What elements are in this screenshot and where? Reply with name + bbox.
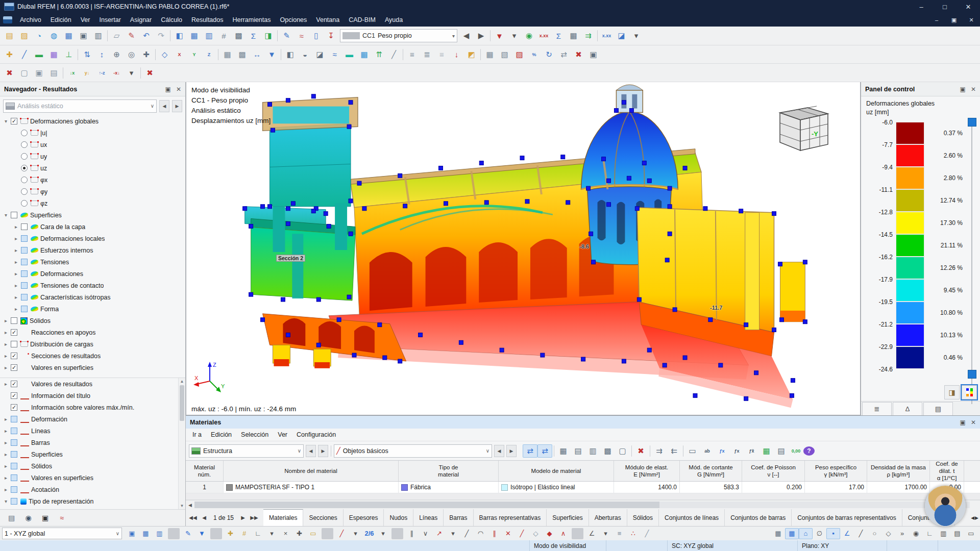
zoom-window-icon[interactable]: ◎	[124, 48, 139, 61]
tangent-line-icon[interactable]: ↗	[432, 528, 446, 539]
grid-snap-icon[interactable]: ▦	[771, 528, 785, 539]
column-header[interactable]: Mód. de cortanteG [N/mm²]	[680, 461, 742, 481]
select-edit-icon[interactable]: ✎	[181, 528, 195, 539]
jump-caret-icon[interactable]: ▾	[124, 66, 139, 80]
polyline-icon[interactable]: ╱	[335, 528, 349, 539]
tree-checkbox[interactable]	[11, 329, 17, 336]
mdi-minimize-button[interactable]: –	[928, 13, 945, 27]
sep[interactable]	[631, 445, 632, 457]
render-toggle-icon[interactable]: ▣	[125, 528, 139, 539]
tree-checkbox[interactable]	[21, 177, 28, 183]
tree-checkbox[interactable]	[11, 118, 17, 124]
tree-item[interactable]: ▾ Tipo de representación	[0, 495, 178, 507]
isometric-view-icon[interactable]: ◇	[157, 48, 172, 61]
visibility-mode-icon[interactable]: ◉	[522, 29, 536, 42]
offset-icon[interactable]: ∥	[487, 528, 501, 539]
expander-icon[interactable]: ▸	[2, 475, 10, 481]
tangent-caret-icon[interactable]: ▾	[446, 528, 460, 539]
expander-icon[interactable]: ▸	[2, 416, 10, 422]
divide-icon[interactable]: ╱	[515, 528, 529, 539]
pan-icon[interactable]: ✚	[139, 48, 154, 61]
tree-checkbox[interactable]	[11, 212, 17, 218]
axes-icon[interactable]: ∠	[840, 528, 854, 539]
scroll-left-icon[interactable]: ◀	[186, 503, 194, 508]
model-viewport[interactable]: Modo de visibilidadCC1 - Peso propioAnál…	[186, 82, 861, 415]
sep[interactable]	[391, 528, 403, 539]
next-table-button[interactable]: ▶	[318, 445, 328, 457]
sep[interactable]	[554, 445, 554, 457]
angle-snap-icon[interactable]: ∠	[585, 528, 599, 539]
prev-table-button[interactable]: ◀	[199, 515, 209, 520]
object-category-combobox[interactable]: ╱ Objetos básicos∨	[334, 444, 492, 458]
first-table-button[interactable]: ◀◀	[188, 515, 198, 520]
chevron-down-icon[interactable]: ∨	[116, 531, 119, 536]
tree-checkbox[interactable]	[21, 223, 28, 230]
analysis-type-combobox[interactable]: Análisis estático ∨	[3, 99, 157, 113]
tree-checkbox[interactable]	[11, 353, 17, 359]
section-label[interactable]: Sección 2	[276, 255, 305, 262]
tree-checkbox[interactable]	[21, 165, 28, 171]
view-y-icon[interactable]: Y	[187, 48, 202, 61]
menu-item[interactable]: Cálculo	[156, 16, 187, 23]
tree-item[interactable]: ▸ Tensiones de contacto	[0, 280, 185, 291]
sep[interactable]	[210, 528, 222, 539]
select-updown-icon[interactable]: ⇅	[80, 48, 94, 61]
select-special-icon[interactable]: ↕	[94, 48, 109, 61]
expander-icon[interactable]: ▸	[12, 294, 20, 300]
loads-down-icon[interactable]: ↓	[449, 48, 464, 61]
sep[interactable]	[78, 49, 78, 60]
filter-caret-icon[interactable]: ▾	[507, 29, 522, 42]
expander-icon[interactable]: ▸	[2, 330, 10, 335]
line-dots-icon[interactable]: ∴	[626, 528, 640, 539]
zoom-clear-icon[interactable]: ✖	[2, 66, 17, 80]
table-cell[interactable]: Fábrica	[399, 482, 499, 493]
edit-arrow-icon[interactable]: ✎	[279, 29, 294, 42]
table-tab[interactable]: Conjuntos de barras representativos	[792, 509, 902, 526]
menu-item[interactable]: Insertar	[94, 16, 125, 23]
tree-item[interactable]: ▸ Deformación	[0, 413, 178, 425]
snap-grid-icon[interactable]: #	[237, 528, 251, 539]
hatch-icon[interactable]: ≡	[612, 528, 626, 539]
expander-icon[interactable]: ▸	[12, 259, 20, 265]
next-table-button[interactable]: ▶	[238, 515, 248, 520]
tree-item[interactable]: ▸ Valores en superficies	[0, 362, 185, 373]
tree-checkbox[interactable]	[21, 235, 28, 242]
sep[interactable]	[480, 49, 481, 60]
sync-graphic-icon[interactable]: ⇄	[523, 444, 537, 458]
expander-icon[interactable]: ▸	[2, 381, 10, 387]
jump-y-icon[interactable]: y↓	[80, 66, 94, 80]
format-painter-icon[interactable]: ✎	[124, 29, 139, 42]
table-tab[interactable]: Conjuntos de barras	[725, 509, 792, 526]
navigation-cube[interactable]: -Y	[771, 96, 832, 155]
table-cell[interactable]: Isótropo | Elástico lineal	[499, 482, 614, 493]
tree-checkbox[interactable]	[11, 486, 17, 493]
tree-item[interactable]: Información sobre valores máx./mín.	[0, 402, 178, 413]
table-cell[interactable]: MAMPOSTERIA SF - TIPO 1	[224, 482, 399, 493]
table-cell[interactable]: 17.00	[805, 482, 867, 493]
expander-icon[interactable]: ▸	[12, 236, 20, 241]
sep[interactable]	[572, 528, 583, 539]
tree-item[interactable]: ▸ Cara de la capa	[0, 221, 185, 233]
expander-icon[interactable]: ▸	[2, 452, 10, 457]
tree-item[interactable]: uy	[0, 151, 185, 162]
node-new-icon[interactable]: ✚	[2, 48, 17, 61]
sep[interactable]	[140, 67, 141, 79]
float-panel-icon[interactable]: ▣	[165, 86, 171, 93]
tree-item[interactable]: ▸ Valores en superficies	[0, 472, 178, 484]
column-header[interactable]: Módulo de elast.E [N/mm²]	[614, 461, 680, 481]
fx-edit-icon[interactable]: ƒx	[729, 444, 744, 458]
table-tab[interactable]: Líneas	[413, 509, 444, 526]
work-plane-icon[interactable]: ⌂	[799, 528, 813, 539]
guidelines-icon[interactable]: »	[895, 528, 909, 539]
menu-item[interactable]: Edición	[206, 429, 236, 441]
panel-tab-factors[interactable]: ∆	[893, 402, 922, 415]
table-tab[interactable]: Nudos	[384, 509, 413, 526]
help-icon[interactable]: ?	[803, 446, 815, 456]
navigator-scrollbar[interactable]: ▲ ▼	[178, 378, 185, 509]
tree-item[interactable]: ux	[0, 139, 185, 151]
next-load-case-button[interactable]: ▶	[474, 29, 488, 42]
line-style-2-icon[interactable]: ≣	[420, 48, 434, 61]
tree-checkbox[interactable]	[21, 247, 28, 254]
loads-icon[interactable]: ↧	[324, 29, 338, 42]
close-panel-icon[interactable]: ✕	[971, 86, 976, 93]
